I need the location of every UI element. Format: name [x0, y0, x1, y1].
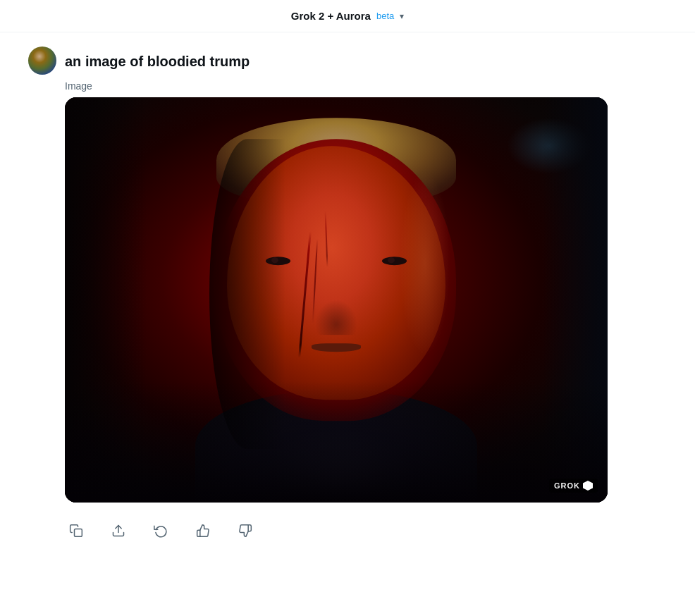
thumbs-down-button[interactable] — [234, 519, 257, 542]
grok-logo-icon — [583, 481, 593, 491]
eye-left — [266, 257, 290, 265]
mouth-area — [308, 343, 364, 357]
lips — [312, 343, 361, 352]
bg-dark-bottom — [65, 381, 608, 503]
regenerate-button[interactable] — [149, 519, 172, 542]
portrait-background: GROK — [65, 97, 608, 503]
eyes-area — [266, 257, 407, 265]
avatar — [28, 47, 56, 75]
share-button[interactable] — [107, 519, 130, 542]
copy-button[interactable] — [65, 519, 87, 542]
message-row: an image of bloodied trump — [28, 47, 606, 75]
generated-image: GROK — [65, 97, 608, 503]
top-bar: Grok 2 + Aurora beta ▾ — [0, 0, 695, 32]
watermark: GROK — [549, 479, 598, 493]
nose — [315, 300, 357, 335]
content-area: an image of bloodied trump Image — [0, 32, 634, 569]
action-bar — [65, 514, 606, 548]
svg-rect-0 — [75, 529, 82, 537]
thumbs-up-button[interactable] — [192, 519, 214, 542]
message-text: an image of bloodied trump — [65, 47, 250, 70]
beta-badge: beta — [376, 11, 394, 21]
watermark-text: GROK — [554, 481, 580, 490]
model-name: Grok 2 + Aurora — [291, 10, 371, 22]
face-highlight-right — [400, 170, 450, 356]
image-label: Image — [65, 80, 606, 92]
generated-image-container: GROK — [65, 97, 608, 503]
chevron-down-icon[interactable]: ▾ — [400, 11, 404, 21]
eye-right — [382, 257, 407, 265]
avatar-image — [28, 47, 56, 75]
